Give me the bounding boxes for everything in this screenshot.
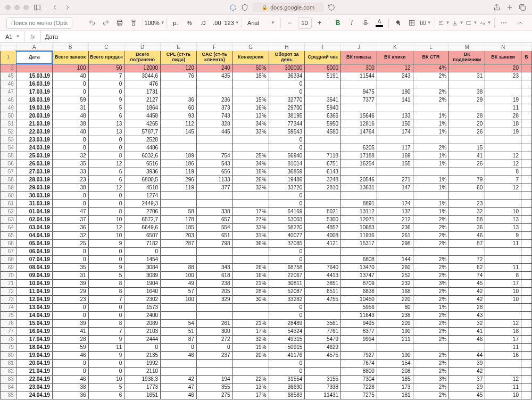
- data-cell[interactable]: 252: [377, 271, 413, 279]
- font-size-decrease[interactable]: −: [284, 17, 296, 29]
- data-cell[interactable]: 21%: [232, 279, 269, 287]
- data-cell[interactable]: 6649,6: [124, 223, 161, 231]
- data-cell[interactable]: 06.04.19: [16, 247, 52, 255]
- data-cell[interactable]: 2%: [413, 335, 449, 343]
- data-cell[interactable]: 32%: [232, 335, 269, 343]
- data-cell[interactable]: 2%: [413, 287, 449, 295]
- data-cell[interactable]: 0: [52, 80, 88, 88]
- data-cell[interactable]: 0: [196, 343, 232, 351]
- menu-search-input[interactable]: [11, 20, 68, 26]
- data-cell[interactable]: 8800: [341, 367, 377, 375]
- data-cell[interactable]: 186: [161, 160, 197, 168]
- data-cell[interactable]: 8: [88, 279, 124, 287]
- data-cell[interactable]: [232, 136, 269, 144]
- data-cell[interactable]: 22067: [269, 271, 305, 279]
- target-cell-F[interactable]: 240: [196, 64, 232, 72]
- row-header[interactable]: 50: [1, 112, 16, 120]
- data-cell[interactable]: 119: [161, 184, 197, 191]
- data-cell[interactable]: 7: [88, 327, 124, 335]
- data-cell[interactable]: 37085: [269, 239, 305, 247]
- data-cell[interactable]: [449, 104, 485, 112]
- col-header-C[interactable]: C: [88, 43, 124, 51]
- percent-button[interactable]: %: [184, 17, 195, 29]
- data-cell[interactable]: 211: [377, 335, 413, 343]
- data-cell[interactable]: 0: [269, 303, 305, 311]
- sidebar-toggle-icon[interactable]: [33, 3, 41, 12]
- data-cell[interactable]: 0: [269, 359, 305, 367]
- data-cell[interactable]: 26: [449, 160, 485, 168]
- horizontal-align-button[interactable]: ▼: [438, 17, 450, 29]
- data-cell[interactable]: 0: [161, 343, 197, 351]
- data-cell[interactable]: 4518: [124, 184, 161, 191]
- row-header[interactable]: 64: [1, 223, 16, 231]
- data-cell[interactable]: 150: [377, 120, 413, 128]
- data-cell[interactable]: [161, 80, 197, 88]
- row-header[interactable]: 51: [1, 120, 16, 128]
- data-cell[interactable]: 11544: [341, 72, 377, 80]
- data-cell[interactable]: 11: [485, 263, 521, 271]
- data-cell[interactable]: [232, 255, 269, 263]
- data-cell[interactable]: [305, 136, 341, 144]
- data-cell[interactable]: 178: [161, 215, 197, 223]
- data-cell[interactable]: 16%: [232, 104, 269, 112]
- header-cell-G[interactable]: Конверсия: [232, 51, 269, 64]
- data-cell[interactable]: 34%: [232, 160, 269, 168]
- data-cell[interactable]: 6: [88, 176, 124, 184]
- data-cell[interactable]: 338: [196, 207, 232, 215]
- row-header[interactable]: 56: [1, 160, 16, 168]
- data-cell[interactable]: 657: [196, 215, 232, 223]
- data-cell[interactable]: 100: [161, 295, 197, 303]
- data-cell[interactable]: 36: [52, 223, 88, 231]
- shield-icon[interactable]: [240, 3, 249, 12]
- data-cell[interactable]: 117: [377, 144, 413, 152]
- row-header[interactable]: 76: [1, 319, 16, 327]
- data-cell[interactable]: 29: [449, 383, 485, 391]
- data-cell[interactable]: 173: [377, 383, 413, 391]
- data-cell[interactable]: [232, 88, 269, 96]
- col-header-L[interactable]: L: [413, 43, 449, 51]
- data-cell[interactable]: 26%: [232, 263, 269, 271]
- data-cell[interactable]: 54: [161, 319, 197, 327]
- data-cell[interactable]: 20.04.19: [16, 359, 52, 367]
- data-cell[interactable]: 16%: [232, 271, 269, 279]
- data-cell[interactable]: 6143: [305, 168, 341, 176]
- header-cell-I[interactable]: Средний чек: [305, 51, 341, 64]
- row-header[interactable]: 48: [1, 96, 16, 104]
- header-cell-L[interactable]: ВК CTR: [413, 51, 449, 64]
- data-cell[interactable]: 174: [377, 128, 413, 136]
- data-cell[interactable]: 181: [377, 391, 413, 399]
- data-cell[interactable]: [196, 247, 232, 255]
- row-header[interactable]: 85: [1, 391, 16, 399]
- data-cell[interactable]: 355: [196, 383, 232, 391]
- data-cell[interactable]: 28489: [269, 319, 305, 327]
- data-cell[interactable]: [485, 199, 521, 207]
- currency-button[interactable]: р.: [170, 17, 181, 29]
- data-cell[interactable]: [377, 136, 413, 144]
- header-cell-F[interactable]: CAC (ст-ть клиента): [196, 51, 232, 64]
- data-cell[interactable]: 32: [52, 231, 88, 239]
- data-cell[interactable]: 19.04.19: [16, 351, 52, 359]
- data-cell[interactable]: [305, 311, 341, 319]
- data-cell[interactable]: 41176: [269, 351, 305, 359]
- data-cell[interactable]: 6366: [305, 112, 341, 120]
- data-cell[interactable]: 0: [88, 359, 124, 367]
- data-cell[interactable]: 11.04.19: [16, 287, 52, 295]
- data-cell[interactable]: [449, 343, 485, 351]
- data-cell[interactable]: 5787,7: [124, 128, 161, 136]
- data-cell[interactable]: 6: [88, 391, 124, 399]
- target-cell-G[interactable]: 50%: [232, 64, 269, 72]
- data-cell[interactable]: 31: [52, 104, 88, 112]
- data-cell[interactable]: 47: [161, 383, 197, 391]
- data-cell[interactable]: 38195: [269, 112, 305, 120]
- data-cell[interactable]: 0: [52, 255, 88, 263]
- data-cell[interactable]: 0: [88, 80, 124, 88]
- data-cell[interactable]: 59: [52, 96, 88, 104]
- data-cell[interactable]: 58: [161, 207, 197, 215]
- data-cell[interactable]: [305, 367, 341, 375]
- data-cell[interactable]: 0: [124, 247, 161, 255]
- data-cell[interactable]: 4580: [305, 128, 341, 136]
- data-cell[interactable]: 59543: [269, 128, 305, 136]
- header-cell-K[interactable]: ВК клики: [377, 51, 413, 64]
- data-cell[interactable]: 6572,7: [124, 215, 161, 223]
- data-cell[interactable]: 48: [52, 112, 88, 120]
